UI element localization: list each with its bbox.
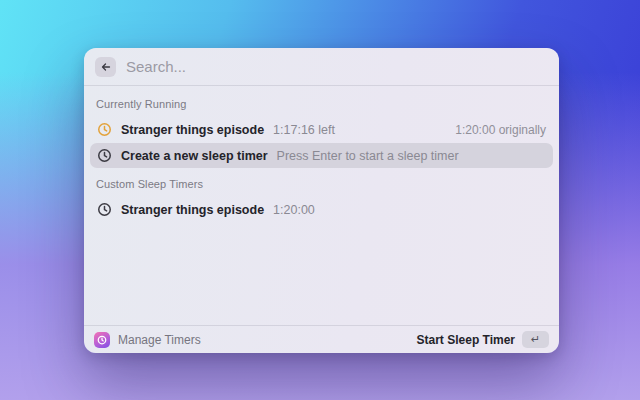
back-button[interactable]: [95, 57, 116, 77]
list-item[interactable]: Create a new sleep timerPress Enter to s…: [90, 143, 553, 168]
sleep-timer-app-icon: [94, 332, 110, 348]
section-title: Currently Running: [90, 89, 553, 117]
manage-timers-label[interactable]: Manage Timers: [118, 333, 201, 347]
results-list: Currently RunningStranger things episode…: [84, 86, 559, 325]
section-title: Custom Sleep Timers: [90, 169, 553, 197]
item-subtitle: 1:20:00: [273, 203, 315, 217]
list-item[interactable]: Stranger things episode1:17:16 left1:20:…: [90, 117, 553, 142]
item-title: Stranger things episode: [121, 203, 264, 217]
desktop-background: { "search": { "placeholder": "Search..."…: [0, 0, 640, 400]
return-key-icon: ↵: [522, 331, 549, 348]
clock-icon: [97, 148, 112, 163]
search-input[interactable]: [126, 58, 548, 75]
item-accessory: 1:20:00 originally: [455, 123, 546, 137]
footer-actions: Start Sleep Timer ↵: [417, 331, 549, 348]
launcher-window: Currently RunningStranger things episode…: [84, 48, 559, 353]
item-subtitle: Press Enter to start a sleep timer: [277, 149, 459, 163]
start-sleep-timer-button[interactable]: Start Sleep Timer: [417, 333, 515, 347]
arrow-left-icon: [100, 61, 112, 73]
clock-icon: [97, 202, 112, 217]
item-subtitle: 1:17:16 left: [273, 123, 335, 137]
footer-bar: Manage Timers Start Sleep Timer ↵: [84, 325, 559, 353]
item-title: Stranger things episode: [121, 123, 264, 137]
item-title: Create a new sleep timer: [121, 149, 268, 163]
list-item[interactable]: Stranger things episode1:20:00: [90, 197, 553, 222]
search-bar: [84, 48, 559, 86]
clock-icon: [97, 122, 112, 137]
